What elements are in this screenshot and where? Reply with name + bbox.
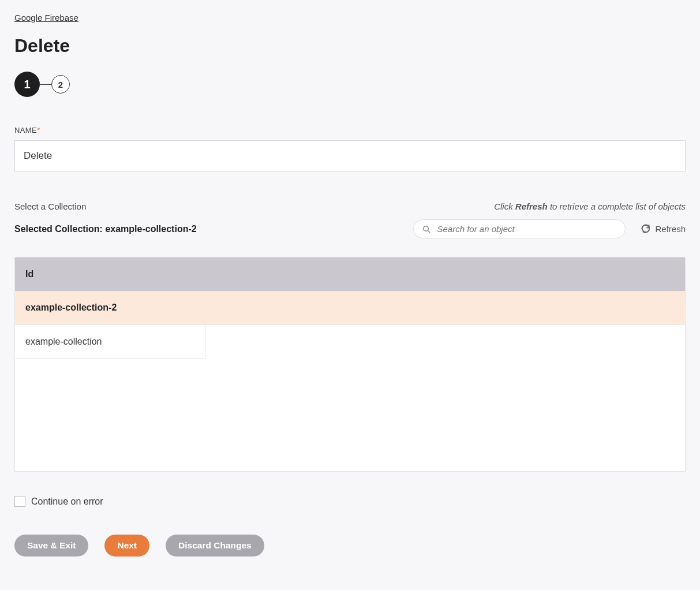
refresh-icon xyxy=(641,224,650,234)
discard-changes-button[interactable]: Discard Changes xyxy=(166,535,264,557)
step-2[interactable]: 2 xyxy=(51,75,70,94)
stepper: 1 2 xyxy=(14,72,686,97)
table-row[interactable]: example-collection xyxy=(15,325,205,359)
page-title: Delete xyxy=(14,35,686,57)
step-1[interactable]: 1 xyxy=(14,72,40,97)
search-icon xyxy=(422,225,431,234)
collection-table: Id example-collection-2 example-collecti… xyxy=(14,257,686,472)
table-row[interactable]: example-collection-2 xyxy=(15,291,685,325)
name-input[interactable] xyxy=(14,140,686,171)
select-collection-label: Select a Collection xyxy=(14,201,86,211)
continue-on-error-checkbox[interactable] xyxy=(14,496,25,507)
svg-point-0 xyxy=(424,226,429,231)
step-connector xyxy=(40,84,51,85)
next-button[interactable]: Next xyxy=(104,535,149,557)
breadcrumb-link[interactable]: Google Firebase xyxy=(14,13,78,23)
continue-on-error-label: Continue on error xyxy=(31,496,103,507)
required-marker: * xyxy=(37,126,40,135)
svg-line-1 xyxy=(428,230,431,233)
name-label: NAME xyxy=(14,126,37,135)
table-header-id: Id xyxy=(15,257,685,291)
refresh-hint: Click Refresh to retrieve a complete lis… xyxy=(494,201,686,211)
search-input[interactable] xyxy=(436,223,617,234)
save-exit-button[interactable]: Save & Exit xyxy=(14,535,88,557)
refresh-button[interactable]: Refresh xyxy=(641,224,686,234)
search-box[interactable] xyxy=(413,219,626,238)
name-field-group: NAME* xyxy=(14,125,686,171)
selected-collection-label: Selected Collection: example-collection-… xyxy=(14,224,197,234)
refresh-label: Refresh xyxy=(655,224,686,234)
